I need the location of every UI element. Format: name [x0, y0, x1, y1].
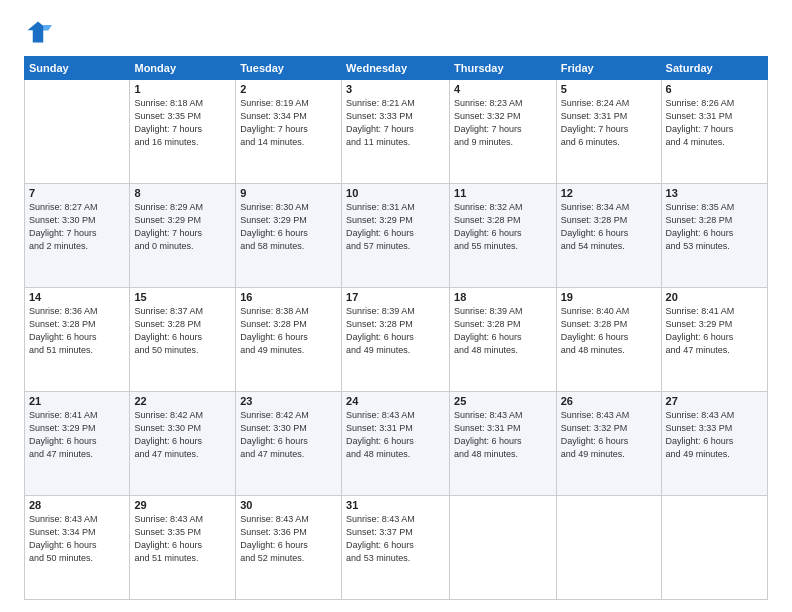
day-number: 14: [29, 291, 125, 303]
day-header-tuesday: Tuesday: [236, 57, 342, 80]
calendar-cell: 17Sunrise: 8:39 AM Sunset: 3:28 PM Dayli…: [342, 288, 450, 392]
calendar-cell: 18Sunrise: 8:39 AM Sunset: 3:28 PM Dayli…: [450, 288, 557, 392]
day-number: 30: [240, 499, 337, 511]
day-info: Sunrise: 8:35 AM Sunset: 3:28 PM Dayligh…: [666, 201, 763, 253]
day-info: Sunrise: 8:27 AM Sunset: 3:30 PM Dayligh…: [29, 201, 125, 253]
header-row: SundayMondayTuesdayWednesdayThursdayFrid…: [25, 57, 768, 80]
day-info: Sunrise: 8:40 AM Sunset: 3:28 PM Dayligh…: [561, 305, 657, 357]
svg-marker-1: [43, 25, 52, 30]
day-number: 4: [454, 83, 552, 95]
day-number: 20: [666, 291, 763, 303]
day-info: Sunrise: 8:42 AM Sunset: 3:30 PM Dayligh…: [134, 409, 231, 461]
day-number: 16: [240, 291, 337, 303]
day-info: Sunrise: 8:36 AM Sunset: 3:28 PM Dayligh…: [29, 305, 125, 357]
day-header-thursday: Thursday: [450, 57, 557, 80]
day-number: 25: [454, 395, 552, 407]
day-number: 8: [134, 187, 231, 199]
day-number: 12: [561, 187, 657, 199]
day-info: Sunrise: 8:43 AM Sunset: 3:36 PM Dayligh…: [240, 513, 337, 565]
day-info: Sunrise: 8:23 AM Sunset: 3:32 PM Dayligh…: [454, 97, 552, 149]
calendar-cell: 28Sunrise: 8:43 AM Sunset: 3:34 PM Dayli…: [25, 496, 130, 600]
day-number: 10: [346, 187, 445, 199]
day-info: Sunrise: 8:43 AM Sunset: 3:31 PM Dayligh…: [346, 409, 445, 461]
calendar-cell: [556, 496, 661, 600]
calendar-cell: 4Sunrise: 8:23 AM Sunset: 3:32 PM Daylig…: [450, 80, 557, 184]
day-info: Sunrise: 8:26 AM Sunset: 3:31 PM Dayligh…: [666, 97, 763, 149]
day-header-friday: Friday: [556, 57, 661, 80]
calendar-cell: 19Sunrise: 8:40 AM Sunset: 3:28 PM Dayli…: [556, 288, 661, 392]
calendar-cell: 14Sunrise: 8:36 AM Sunset: 3:28 PM Dayli…: [25, 288, 130, 392]
day-number: 15: [134, 291, 231, 303]
header: [24, 18, 768, 46]
calendar-table: SundayMondayTuesdayWednesdayThursdayFrid…: [24, 56, 768, 600]
calendar-cell: [450, 496, 557, 600]
day-number: 7: [29, 187, 125, 199]
day-number: 13: [666, 187, 763, 199]
week-row-2: 7Sunrise: 8:27 AM Sunset: 3:30 PM Daylig…: [25, 184, 768, 288]
day-number: 18: [454, 291, 552, 303]
day-number: 2: [240, 83, 337, 95]
day-info: Sunrise: 8:18 AM Sunset: 3:35 PM Dayligh…: [134, 97, 231, 149]
calendar-cell: 2Sunrise: 8:19 AM Sunset: 3:34 PM Daylig…: [236, 80, 342, 184]
calendar-cell: 12Sunrise: 8:34 AM Sunset: 3:28 PM Dayli…: [556, 184, 661, 288]
week-row-3: 14Sunrise: 8:36 AM Sunset: 3:28 PM Dayli…: [25, 288, 768, 392]
calendar-cell: 26Sunrise: 8:43 AM Sunset: 3:32 PM Dayli…: [556, 392, 661, 496]
day-info: Sunrise: 8:43 AM Sunset: 3:32 PM Dayligh…: [561, 409, 657, 461]
day-info: Sunrise: 8:41 AM Sunset: 3:29 PM Dayligh…: [29, 409, 125, 461]
calendar-cell: 29Sunrise: 8:43 AM Sunset: 3:35 PM Dayli…: [130, 496, 236, 600]
calendar-cell: 10Sunrise: 8:31 AM Sunset: 3:29 PM Dayli…: [342, 184, 450, 288]
calendar-cell: 1Sunrise: 8:18 AM Sunset: 3:35 PM Daylig…: [130, 80, 236, 184]
day-info: Sunrise: 8:31 AM Sunset: 3:29 PM Dayligh…: [346, 201, 445, 253]
week-row-5: 28Sunrise: 8:43 AM Sunset: 3:34 PM Dayli…: [25, 496, 768, 600]
calendar-cell: 7Sunrise: 8:27 AM Sunset: 3:30 PM Daylig…: [25, 184, 130, 288]
calendar-cell: 27Sunrise: 8:43 AM Sunset: 3:33 PM Dayli…: [661, 392, 767, 496]
calendar-cell: 16Sunrise: 8:38 AM Sunset: 3:28 PM Dayli…: [236, 288, 342, 392]
day-number: 26: [561, 395, 657, 407]
day-info: Sunrise: 8:43 AM Sunset: 3:31 PM Dayligh…: [454, 409, 552, 461]
day-number: 3: [346, 83, 445, 95]
day-header-saturday: Saturday: [661, 57, 767, 80]
calendar-cell: 25Sunrise: 8:43 AM Sunset: 3:31 PM Dayli…: [450, 392, 557, 496]
day-number: 27: [666, 395, 763, 407]
calendar-cell: 8Sunrise: 8:29 AM Sunset: 3:29 PM Daylig…: [130, 184, 236, 288]
day-number: 19: [561, 291, 657, 303]
calendar-cell: 11Sunrise: 8:32 AM Sunset: 3:28 PM Dayli…: [450, 184, 557, 288]
day-header-wednesday: Wednesday: [342, 57, 450, 80]
day-info: Sunrise: 8:37 AM Sunset: 3:28 PM Dayligh…: [134, 305, 231, 357]
week-row-1: 1Sunrise: 8:18 AM Sunset: 3:35 PM Daylig…: [25, 80, 768, 184]
calendar-cell: 20Sunrise: 8:41 AM Sunset: 3:29 PM Dayli…: [661, 288, 767, 392]
day-number: 9: [240, 187, 337, 199]
day-info: Sunrise: 8:42 AM Sunset: 3:30 PM Dayligh…: [240, 409, 337, 461]
calendar-cell: 31Sunrise: 8:43 AM Sunset: 3:37 PM Dayli…: [342, 496, 450, 600]
calendar-cell: 24Sunrise: 8:43 AM Sunset: 3:31 PM Dayli…: [342, 392, 450, 496]
day-info: Sunrise: 8:21 AM Sunset: 3:33 PM Dayligh…: [346, 97, 445, 149]
day-number: 21: [29, 395, 125, 407]
calendar-cell: [661, 496, 767, 600]
calendar-cell: 5Sunrise: 8:24 AM Sunset: 3:31 PM Daylig…: [556, 80, 661, 184]
day-info: Sunrise: 8:41 AM Sunset: 3:29 PM Dayligh…: [666, 305, 763, 357]
day-number: 22: [134, 395, 231, 407]
day-info: Sunrise: 8:19 AM Sunset: 3:34 PM Dayligh…: [240, 97, 337, 149]
day-header-monday: Monday: [130, 57, 236, 80]
day-number: 23: [240, 395, 337, 407]
day-number: 1: [134, 83, 231, 95]
calendar-cell: 9Sunrise: 8:30 AM Sunset: 3:29 PM Daylig…: [236, 184, 342, 288]
day-info: Sunrise: 8:43 AM Sunset: 3:34 PM Dayligh…: [29, 513, 125, 565]
day-info: Sunrise: 8:43 AM Sunset: 3:33 PM Dayligh…: [666, 409, 763, 461]
day-number: 31: [346, 499, 445, 511]
logo-icon: [24, 18, 52, 46]
day-number: 24: [346, 395, 445, 407]
calendar-cell: 13Sunrise: 8:35 AM Sunset: 3:28 PM Dayli…: [661, 184, 767, 288]
day-header-sunday: Sunday: [25, 57, 130, 80]
day-info: Sunrise: 8:38 AM Sunset: 3:28 PM Dayligh…: [240, 305, 337, 357]
day-info: Sunrise: 8:34 AM Sunset: 3:28 PM Dayligh…: [561, 201, 657, 253]
day-info: Sunrise: 8:39 AM Sunset: 3:28 PM Dayligh…: [454, 305, 552, 357]
week-row-4: 21Sunrise: 8:41 AM Sunset: 3:29 PM Dayli…: [25, 392, 768, 496]
page: SundayMondayTuesdayWednesdayThursdayFrid…: [0, 0, 792, 612]
day-info: Sunrise: 8:32 AM Sunset: 3:28 PM Dayligh…: [454, 201, 552, 253]
day-info: Sunrise: 8:43 AM Sunset: 3:37 PM Dayligh…: [346, 513, 445, 565]
svg-marker-0: [28, 22, 49, 43]
calendar-cell: 3Sunrise: 8:21 AM Sunset: 3:33 PM Daylig…: [342, 80, 450, 184]
day-info: Sunrise: 8:30 AM Sunset: 3:29 PM Dayligh…: [240, 201, 337, 253]
day-number: 6: [666, 83, 763, 95]
